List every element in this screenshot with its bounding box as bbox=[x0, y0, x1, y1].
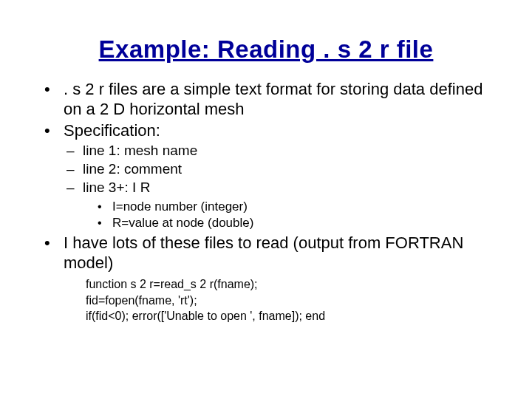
code-line: fid=fopen(fname, 'rt'); bbox=[86, 293, 491, 309]
bullet-list-level3: I=node number (integer) R=value at node … bbox=[96, 199, 491, 233]
sub-bullet-text: line 2: comment bbox=[83, 161, 182, 177]
sub-bullet-item: line 2: comment bbox=[64, 160, 491, 179]
subsub-bullet-item: R=value at node (double) bbox=[96, 215, 491, 232]
code-line: function s 2 r=read_s 2 r(fname); bbox=[86, 276, 491, 293]
bullet-list-level2: line 1: mesh name line 2: comment line 3… bbox=[64, 142, 491, 232]
bullet-item: Specification: line 1: mesh name line 2:… bbox=[41, 121, 491, 233]
code-block: function s 2 r=read_s 2 r(fname); fid=fo… bbox=[86, 276, 491, 324]
sub-bullet-item: line 3+: I R I=node number (integer) R=v… bbox=[64, 179, 491, 233]
bullet-text: . s 2 r files are a simple text format f… bbox=[64, 80, 482, 118]
subsub-bullet-item: I=node number (integer) bbox=[96, 199, 491, 216]
sub-bullet-text: line 3+: I R bbox=[83, 180, 150, 195]
bullet-item: I have lots of these files to read (outp… bbox=[41, 233, 491, 324]
subsub-bullet-text: I=node number (integer) bbox=[112, 200, 248, 214]
code-line: if(fid<0); error(['Unable to open ', fna… bbox=[86, 308, 491, 324]
sub-bullet-text: line 1: mesh name bbox=[83, 143, 197, 158]
bullet-item: . s 2 r files are a simple text format f… bbox=[41, 80, 491, 120]
bullet-text: Specification: bbox=[64, 121, 160, 140]
bullet-text: I have lots of these files to read (outp… bbox=[64, 233, 463, 272]
slide: Example: Reading . s 2 r file . s 2 r fi… bbox=[0, 0, 532, 355]
sub-bullet-item: line 1: mesh name bbox=[64, 142, 491, 160]
subsub-bullet-text: R=value at node (double) bbox=[112, 216, 253, 230]
bullet-list-level1: . s 2 r files are a simple text format f… bbox=[41, 80, 491, 324]
slide-title: Example: Reading . s 2 r file bbox=[41, 35, 491, 64]
